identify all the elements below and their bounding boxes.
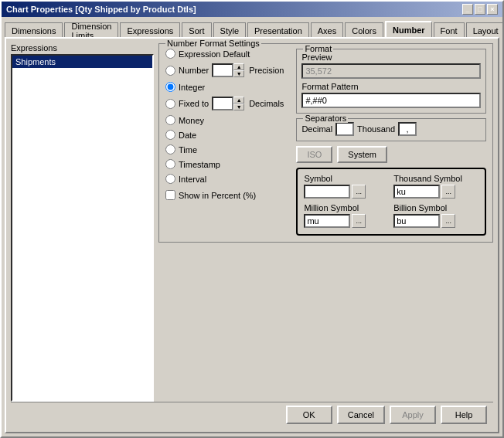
decimals-spin-buttons: ▲ ▼	[233, 97, 244, 110]
radio-integer[interactable]: Integer	[165, 82, 284, 92]
close-button[interactable]: ×	[487, 4, 498, 15]
expressions-label: Expressions	[11, 43, 154, 53]
thousand-input[interactable]	[398, 122, 417, 136]
symbol-field-group: Symbol ...	[304, 174, 389, 199]
symbol-label: Symbol	[304, 174, 389, 183]
left-panel: Expressions Shipments	[11, 43, 154, 402]
show-percent-checkbox[interactable]	[165, 190, 175, 200]
precision-down[interactable]: ▼	[233, 70, 244, 77]
title-bar: Chart Properties [Qty Shipped by Product…	[2, 2, 502, 17]
symbol-browse-btn[interactable]: ...	[352, 185, 366, 199]
preview-input	[301, 63, 481, 79]
apply-button[interactable]: Apply	[390, 406, 436, 424]
billion-symbol-field-row: ...	[393, 214, 478, 228]
separators-label: Separators	[303, 114, 348, 123]
radio-date[interactable]: Date	[165, 130, 284, 140]
content-area: Expressions Shipments Number Format Sett…	[11, 43, 493, 402]
million-symbol-browse-btn[interactable]: ...	[352, 214, 366, 228]
format-group: Format Preview Format Pattern	[296, 49, 486, 114]
precision-up[interactable]: ▲	[233, 63, 244, 70]
radio-number[interactable]: Number ▲ ▼ Precision	[165, 63, 284, 77]
main-content: Expressions Shipments Number Format Sett…	[5, 37, 499, 433]
tab-layout[interactable]: Layout	[466, 22, 502, 37]
precision-spinner: ▲ ▼	[212, 63, 244, 77]
decimals-down[interactable]: ▼	[233, 104, 244, 110]
tab-axes[interactable]: Axes	[311, 22, 343, 37]
number-format-group: Number Format Settings Expression Defaul…	[158, 43, 493, 243]
window-title: Chart Properties [Qty Shipped by Product…	[6, 5, 196, 14]
radio-timestamp[interactable]: Timestamp	[165, 159, 284, 169]
billion-symbol-browse-btn[interactable]: ...	[441, 214, 455, 228]
precision-input[interactable]	[212, 63, 233, 77]
format-group-label: Format	[303, 44, 333, 53]
thousand-symbol-input[interactable]	[393, 185, 440, 199]
thousand-symbol-label: Thousand Symbol	[393, 174, 478, 183]
tab-font[interactable]: Font	[434, 22, 465, 37]
decimals-input[interactable]	[212, 97, 233, 110]
thousand-label: Thousand	[357, 124, 395, 134]
tab-dimension-limits[interactable]: Dimension Limits	[64, 22, 118, 37]
decimal-input[interactable]	[335, 122, 354, 136]
radio-fixed-to[interactable]: Fixed to ▲ ▼ Decimals	[165, 97, 284, 110]
thousand-symbol-field-group: Thousand Symbol ...	[393, 174, 478, 199]
symbol-grid: Symbol ... Thousand Symbol	[304, 174, 478, 228]
iso-system-buttons: ISO System	[296, 146, 486, 163]
list-item-shipments[interactable]: Shipments	[12, 56, 152, 68]
format-section: Preview Format Pattern	[301, 53, 481, 108]
show-percent-row[interactable]: Show in Percent (%)	[165, 190, 284, 200]
decimal-label: Decimal	[301, 124, 332, 134]
bottom-bar: OK Cancel Apply Help	[11, 402, 493, 427]
pattern-row: Format Pattern	[301, 82, 481, 108]
million-symbol-field-row: ...	[304, 214, 389, 228]
maximize-button[interactable]: □	[475, 4, 485, 15]
symbol-input[interactable]	[304, 185, 350, 199]
precision-label: Precision	[249, 66, 284, 75]
tab-sort[interactable]: Sort	[182, 22, 211, 37]
precision-spin-buttons: ▲ ▼	[233, 63, 244, 77]
help-button[interactable]: Help	[441, 406, 487, 424]
pattern-label: Format Pattern	[301, 82, 481, 91]
tab-number[interactable]: Number	[385, 21, 432, 37]
iso-button[interactable]: ISO	[296, 146, 332, 163]
preview-label: Preview	[301, 53, 481, 62]
billion-symbol-label: Billion Symbol	[393, 203, 478, 212]
tab-colors[interactable]: Colors	[345, 22, 383, 37]
separators-group: Separators Decimal Thousand	[296, 118, 486, 141]
right-panel: Number Format Settings Expression Defaul…	[158, 43, 493, 402]
minimize-button[interactable]: _	[462, 4, 473, 15]
thousand-symbol-field-row: ...	[393, 185, 478, 199]
number-format-label: Number Format Settings	[165, 39, 261, 48]
million-symbol-field-group: Million Symbol ...	[304, 203, 389, 228]
radio-time[interactable]: Time	[165, 144, 284, 154]
thousand-symbol-browse-btn[interactable]: ...	[441, 185, 455, 199]
title-bar-buttons: _ □ ×	[462, 4, 498, 15]
tab-style[interactable]: Style	[213, 22, 246, 37]
symbol-field-row: ...	[304, 185, 389, 199]
tab-expressions[interactable]: Expressions	[120, 22, 180, 37]
billion-symbol-field-group: Billion Symbol ...	[393, 203, 478, 228]
system-button[interactable]: System	[337, 146, 387, 163]
million-symbol-input[interactable]	[304, 214, 350, 228]
radio-interval[interactable]: Interval	[165, 174, 284, 184]
radio-expression-default[interactable]: Expression Default	[165, 49, 284, 59]
decimals-up[interactable]: ▲	[233, 97, 244, 104]
expressions-list[interactable]: Shipments	[11, 54, 154, 402]
preview-row: Preview	[301, 53, 481, 79]
ok-button[interactable]: OK	[286, 406, 332, 424]
decimals-spinner: ▲ ▼	[212, 97, 244, 110]
decimals-label: Decimals	[249, 99, 284, 108]
radio-money[interactable]: Money	[165, 115, 284, 125]
million-symbol-label: Million Symbol	[304, 203, 389, 212]
billion-symbol-input[interactable]	[393, 214, 440, 228]
separators-section: Decimal Thousand	[301, 122, 481, 136]
tabs-row: Dimensions Dimension Limits Expressions …	[2, 17, 502, 37]
pattern-input[interactable]	[301, 93, 481, 108]
main-window: Chart Properties [Qty Shipped by Product…	[0, 0, 504, 438]
cancel-button[interactable]: Cancel	[337, 406, 385, 424]
tab-dimensions[interactable]: Dimensions	[5, 22, 63, 37]
tab-presentation[interactable]: Presentation	[247, 22, 309, 37]
symbol-group: Symbol ... Thousand Symbol	[296, 168, 486, 236]
